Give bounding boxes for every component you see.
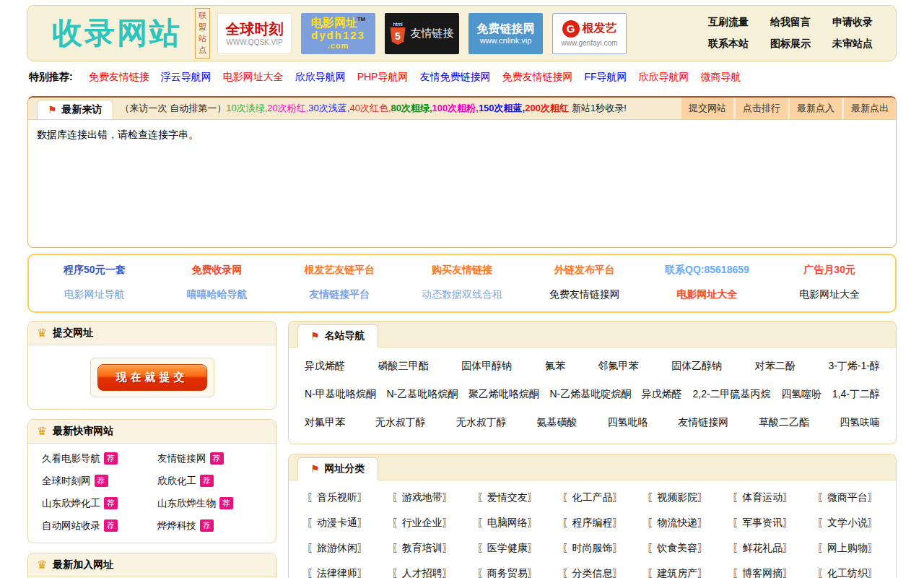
text-ad-link[interactable]: 程序50元一套: [64, 264, 126, 277]
header-nav-link[interactable]: 申请收录: [832, 16, 873, 29]
famous-site-link[interactable]: N-甲基吡咯烷酮: [305, 388, 376, 401]
recommend-link[interactable]: PHP导航网: [357, 71, 409, 84]
famous-site-link[interactable]: 邻氟甲苯: [598, 360, 639, 373]
banner-html5-links[interactable]: html 5 友情链接: [385, 13, 459, 54]
category-link[interactable]: 〖建筑房产〗: [647, 567, 707, 578]
famous-site-link[interactable]: N-乙基吡咯烷酮: [386, 388, 458, 401]
banner-qqsk[interactable]: 全球时刻 WWW.QQSK.VIP: [217, 13, 292, 54]
text-ad-link[interactable]: 联系QQ:85618659: [665, 264, 749, 277]
union-sites-link[interactable]: 联盟站点: [195, 8, 210, 59]
category-link[interactable]: 〖游戏地带〗: [392, 491, 453, 504]
famous-site-link[interactable]: 2,2-二甲硫基丙烷: [692, 388, 770, 401]
text-ad-link[interactable]: 电影网址大全: [676, 288, 737, 301]
famous-site-link[interactable]: 四氢吡咯: [607, 416, 648, 429]
famous-site-link[interactable]: 3-丁烯-1-醇: [828, 360, 880, 373]
recommend-link[interactable]: FF导航网: [584, 71, 627, 84]
recommend-link[interactable]: 友情免费链接网: [419, 71, 490, 84]
header-nav-link[interactable]: 图标展示: [770, 38, 811, 51]
category-link[interactable]: 〖人才招聘〗: [392, 567, 453, 578]
header-nav-link[interactable]: 互刷流量: [708, 16, 749, 29]
recommend-link[interactable]: 欣欣导航网: [639, 71, 689, 84]
text-ad-link[interactable]: 嘻嘻哈哈导航: [187, 288, 248, 301]
category-link[interactable]: 〖化工产品〗: [562, 491, 622, 504]
text-ad-link[interactable]: 广告月30元: [803, 264, 855, 277]
recommend-link[interactable]: 电影网址大全: [223, 71, 284, 84]
recommend-link[interactable]: 微商导航: [701, 71, 741, 84]
text-ad-link[interactable]: 电影网址大全: [799, 288, 860, 301]
famous-site-link[interactable]: 固体甲醇钠: [461, 360, 512, 373]
text-ad-link[interactable]: 根发艺友链平台: [304, 264, 375, 277]
category-link[interactable]: 〖音乐视听〗: [307, 491, 367, 504]
fast-review-site-link[interactable]: 自动网站收录荐: [42, 519, 157, 532]
category-link[interactable]: 〖化工纺织〗: [817, 567, 878, 578]
category-link[interactable]: 〖商务贸易〗: [477, 567, 538, 578]
tab-latest-visitors[interactable]: ⚑ 最新来访: [37, 100, 113, 119]
category-link[interactable]: 〖视频影院〗: [647, 491, 707, 504]
text-ad-link[interactable]: 友情链接平台: [309, 288, 370, 301]
header-nav-link[interactable]: 给我留言: [770, 16, 811, 29]
text-ad-link[interactable]: 购买友情链接: [432, 264, 492, 277]
fast-review-site-link[interactable]: 山东欣烨生物荐: [157, 497, 276, 510]
site-logo[interactable]: 收录网站: [52, 13, 182, 53]
tab-famous-sites[interactable]: ⚑ 名站导航: [297, 324, 378, 348]
fast-review-site-link[interactable]: 友情链接网荐: [157, 452, 276, 465]
famous-site-link[interactable]: 无水叔丁醇: [375, 416, 426, 429]
category-link[interactable]: 〖体育运动〗: [732, 491, 793, 504]
famous-site-link[interactable]: 对氟甲苯: [305, 416, 345, 429]
category-link[interactable]: 〖微商平台〗: [817, 491, 878, 504]
fast-review-site-link[interactable]: 欣欣化工荐: [157, 475, 276, 488]
visitors-action-button[interactable]: 提交网站: [681, 98, 733, 119]
recommend-link[interactable]: 浮云导航网: [161, 71, 212, 84]
visitors-action-button[interactable]: 点击排行: [736, 98, 788, 119]
category-link[interactable]: 〖电脑网络〗: [477, 517, 538, 530]
recommend-link[interactable]: 欣欣导航网: [295, 71, 346, 84]
famous-site-link[interactable]: 对苯二酚: [755, 360, 796, 373]
banner-genfayi[interactable]: G 根发艺 www.genfayi.com: [552, 13, 627, 54]
text-ad-link[interactable]: 动态数据双线合租: [422, 288, 502, 301]
header-nav-link[interactable]: 未审站点: [832, 38, 873, 51]
fast-review-site-link[interactable]: 山东欣烨化工荐: [42, 497, 157, 510]
category-link[interactable]: 〖教育培训〗: [392, 542, 453, 555]
famous-site-link[interactable]: 氨基磺酸: [537, 416, 578, 429]
famous-site-link[interactable]: 四氢呋喃: [840, 416, 880, 429]
submit-now-button[interactable]: 现在就提交: [97, 364, 207, 391]
famous-site-link[interactable]: 异戊烯醛: [305, 360, 345, 373]
famous-site-link[interactable]: 友情链接网: [678, 416, 728, 429]
text-ad-link[interactable]: 外链发布平台: [554, 264, 615, 277]
category-link[interactable]: 〖法律律师〗: [307, 567, 367, 578]
famous-site-link[interactable]: N-乙烯基吡啶烷酮: [549, 388, 631, 401]
famous-site-link[interactable]: 草酸二乙酯: [759, 416, 809, 429]
famous-site-link[interactable]: 无水叔丁醇: [456, 416, 507, 429]
banner-cnlink[interactable]: 免费链接网 www.cnlink.vip: [468, 13, 543, 54]
category-link[interactable]: 〖旅游休闲〗: [307, 542, 367, 555]
category-link[interactable]: 〖爱情交友〗: [477, 491, 538, 504]
category-link[interactable]: 〖时尚服饰〗: [562, 542, 622, 555]
famous-site-link[interactable]: 固体乙醇钠: [671, 360, 722, 373]
category-link[interactable]: 〖网上购物〗: [817, 542, 878, 555]
category-link[interactable]: 〖动漫卡通〗: [307, 517, 367, 530]
text-ad-link[interactable]: 电影网址导航: [64, 288, 125, 301]
famous-site-link[interactable]: 氟苯: [545, 360, 565, 373]
fast-review-site-link[interactable]: 烨烨科技荐: [157, 519, 276, 532]
tab-categories[interactable]: ⚑ 网址分类: [297, 457, 378, 480]
banner-dydh[interactable]: 电影网址TM dydh123 .com: [301, 13, 375, 54]
category-link[interactable]: 〖饮食美容〗: [647, 542, 707, 555]
header-nav-link[interactable]: 联系本站: [708, 38, 749, 51]
recommend-link[interactable]: 免费友情链接: [89, 71, 149, 84]
text-ad-link[interactable]: 免费收录网: [192, 264, 243, 277]
category-link[interactable]: 〖博客网摘〗: [732, 567, 793, 578]
category-link[interactable]: 〖物流快递〗: [647, 517, 707, 530]
category-link[interactable]: 〖医学健康〗: [477, 542, 538, 555]
category-link[interactable]: 〖鲜花礼品〗: [732, 542, 793, 555]
category-link[interactable]: 〖军事资讯〗: [732, 517, 793, 530]
category-link[interactable]: 〖文学小说〗: [817, 517, 878, 530]
recommend-link[interactable]: 免费友情链接网: [502, 71, 572, 84]
category-link[interactable]: 〖程序编程〗: [562, 517, 622, 530]
famous-site-link[interactable]: 四氢噻吩: [781, 388, 821, 401]
visitors-action-button[interactable]: 最新点入: [790, 98, 842, 119]
fast-review-site-link[interactable]: 全球时刻网荐: [42, 475, 157, 488]
fast-review-site-link[interactable]: 久看电影导航荐: [42, 452, 157, 465]
famous-site-link[interactable]: 聚乙烯吡咯烷酮: [468, 388, 539, 401]
category-link[interactable]: 〖行业企业〗: [392, 517, 453, 530]
famous-site-link[interactable]: 磷酸三甲酯: [378, 360, 429, 373]
